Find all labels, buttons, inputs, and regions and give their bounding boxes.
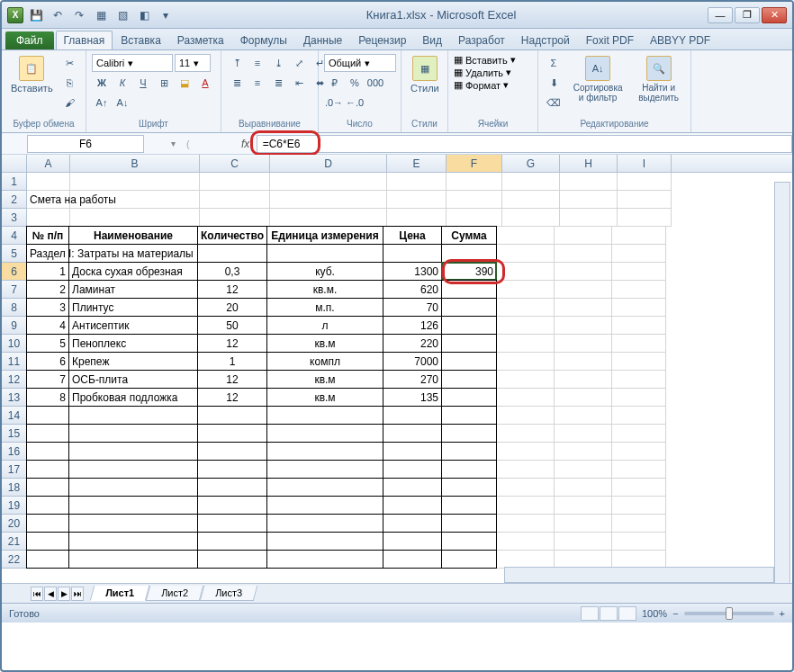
cell[interactable]: 126 (383, 316, 442, 335)
cell[interactable] (612, 389, 666, 407)
cell[interactable] (441, 244, 497, 263)
ribbon-tab[interactable]: Вид (414, 31, 450, 49)
redo-icon[interactable]: ↷ (70, 6, 88, 24)
cell[interactable] (27, 209, 70, 227)
cell[interactable] (560, 209, 618, 227)
cell[interactable]: 8 (26, 388, 69, 407)
cell[interactable] (68, 424, 198, 443)
cell[interactable]: куб. (266, 262, 383, 281)
cell[interactable] (266, 550, 383, 569)
cell[interactable] (612, 425, 666, 443)
cell[interactable] (497, 281, 555, 299)
cell[interactable] (70, 191, 200, 209)
cell[interactable]: Раздел I: Затраты на материалы (26, 244, 69, 263)
underline-button[interactable]: Ч (133, 74, 153, 92)
fill-color-button[interactable]: ⬓ (175, 74, 194, 92)
cell[interactable] (27, 173, 70, 191)
cell[interactable] (612, 353, 666, 371)
cell[interactable] (270, 173, 387, 191)
row-header[interactable]: 18 (2, 479, 27, 497)
row-header[interactable]: 2 (2, 191, 27, 209)
cell[interactable] (26, 532, 69, 551)
cell[interactable] (555, 479, 612, 497)
cell[interactable] (383, 460, 442, 479)
cell[interactable] (560, 173, 618, 191)
cell[interactable] (383, 424, 442, 443)
cell[interactable] (26, 442, 69, 461)
cell[interactable]: 6 (26, 352, 69, 371)
ribbon-tab[interactable]: Разработ (450, 31, 513, 49)
cell[interactable] (555, 497, 612, 515)
view-buttons[interactable] (581, 606, 636, 621)
cell[interactable] (441, 388, 497, 407)
cell[interactable] (266, 514, 383, 533)
zoom-in-button[interactable]: + (780, 608, 785, 619)
cell[interactable] (26, 406, 69, 425)
cell[interactable] (497, 515, 555, 533)
ribbon-tab[interactable]: ABBYY PDF (642, 31, 718, 49)
cell[interactable]: 620 (383, 280, 442, 299)
autosum-icon[interactable]: Σ (544, 54, 564, 72)
cell[interactable]: 0,3 (197, 262, 267, 281)
cell[interactable] (555, 263, 612, 281)
row-header[interactable]: 15 (2, 425, 27, 443)
number-format-combo[interactable]: Общий ▾ (324, 54, 396, 72)
cell[interactable] (197, 478, 267, 497)
cell[interactable]: Количество (197, 226, 267, 245)
cell[interactable] (497, 425, 555, 443)
cell[interactable] (68, 460, 198, 479)
orientation-icon[interactable]: ⤢ (289, 54, 309, 72)
cell[interactable] (447, 209, 502, 227)
cell[interactable] (502, 173, 560, 191)
cell[interactable] (200, 191, 270, 209)
cell[interactable] (555, 425, 612, 443)
cell[interactable] (555, 371, 612, 389)
cell[interactable] (555, 389, 612, 407)
cell[interactable] (497, 551, 555, 569)
column-header[interactable]: A (27, 155, 70, 172)
qat-btn[interactable]: ▦ (92, 6, 110, 24)
cell[interactable] (555, 335, 612, 353)
cell[interactable] (441, 334, 497, 353)
format-cells-button[interactable]: ▦ Формат ▾ (454, 79, 509, 91)
cell[interactable] (441, 550, 497, 569)
cell[interactable] (441, 352, 497, 371)
cell[interactable] (497, 353, 555, 371)
cell[interactable]: 270 (383, 370, 442, 389)
align-left-icon[interactable]: ≣ (227, 74, 247, 92)
cell[interactable] (270, 209, 387, 227)
ribbon-tab[interactable]: Главная (56, 31, 113, 49)
cell[interactable]: кв.м (266, 388, 383, 407)
decrease-font-icon[interactable]: A↓ (113, 94, 132, 112)
cell[interactable] (612, 551, 666, 569)
row-header[interactable]: 20 (2, 515, 27, 533)
align-right-icon[interactable]: ≣ (268, 74, 288, 92)
cell[interactable] (387, 209, 447, 227)
cell[interactable]: Доска сухая обрезная (68, 262, 198, 281)
cell[interactable] (68, 244, 198, 263)
clear-icon[interactable]: ⌫ (544, 94, 564, 112)
border-button[interactable]: ⊞ (154, 74, 174, 92)
cell[interactable] (68, 496, 198, 515)
cell[interactable] (612, 533, 666, 551)
cell[interactable]: кв.м (266, 334, 383, 353)
qat-dropdown-icon[interactable]: ▾ (157, 6, 175, 24)
cell[interactable] (197, 424, 267, 443)
align-center-icon[interactable]: ≡ (248, 74, 267, 92)
cell[interactable] (266, 460, 383, 479)
cell[interactable]: 5 (26, 334, 69, 353)
sort-filter-button[interactable]: A↓Сортировка и фильтр (567, 54, 628, 104)
cell[interactable] (612, 461, 666, 479)
name-box[interactable]: F6 (27, 135, 144, 153)
cell[interactable]: Наименование (68, 226, 198, 245)
ribbon-tab[interactable]: Вставка (113, 31, 169, 49)
cell[interactable] (497, 299, 555, 317)
cell[interactable]: 135 (383, 388, 442, 407)
cell[interactable]: Единица измерения (266, 226, 383, 245)
increase-font-icon[interactable]: A↑ (92, 94, 112, 112)
cell[interactable] (441, 370, 497, 389)
row-header[interactable]: 7 (2, 281, 27, 299)
cell[interactable] (197, 442, 267, 461)
cell[interactable] (441, 532, 497, 551)
cell[interactable]: кв.м (266, 370, 383, 389)
